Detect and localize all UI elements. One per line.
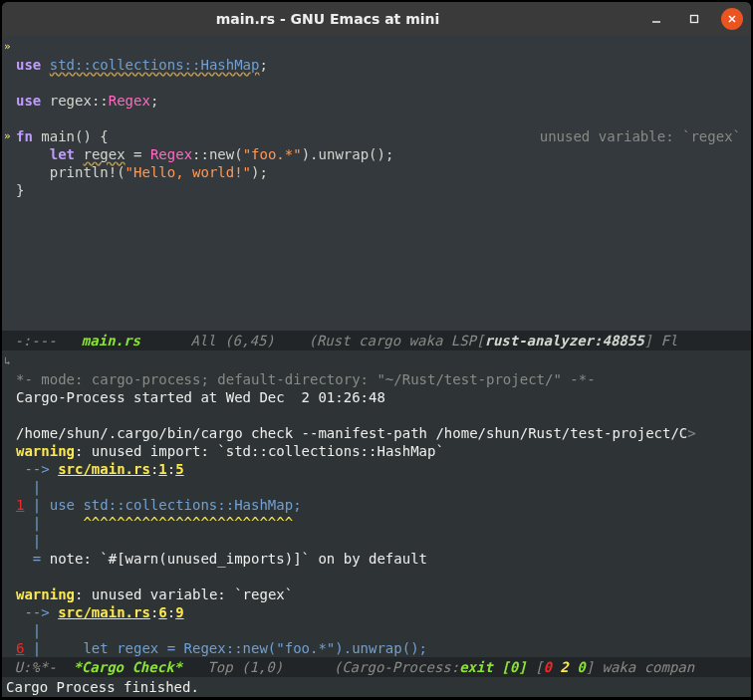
svg-rect-1 bbox=[691, 16, 698, 23]
buffer-name: *Cargo Check* bbox=[73, 659, 182, 675]
fringe-warning-icon: » bbox=[4, 127, 11, 145]
close-button[interactable] bbox=[721, 8, 743, 30]
wrap-indicator-icon: ↳ bbox=[4, 352, 11, 370]
warning-label: warning bbox=[16, 586, 75, 602]
minimize-button[interactable] bbox=[645, 8, 667, 30]
diagnostic-caret: ^^^^^^^^^^^^^^^^^^^^^^^^^ bbox=[83, 515, 293, 531]
src-location-link[interactable]: src/main.rs bbox=[58, 461, 150, 477]
window-title: main.rs - GNU Emacs at mini bbox=[10, 10, 645, 28]
code-keyword: fn bbox=[16, 128, 33, 144]
modeline-bottom[interactable]: U:%*- *Cargo Check* Top (1,0) (Cargo-Pro… bbox=[2, 657, 751, 677]
output-header: *- mode: cargo-process; default-director… bbox=[16, 371, 596, 387]
output-command: /home/shun/.cargo/bin/cargo check --mani… bbox=[16, 425, 687, 441]
code-variable: regex bbox=[83, 146, 125, 162]
minibuffer[interactable]: Cargo Process finished. bbox=[2, 677, 751, 697]
cargo-output-pane[interactable]: ↳*- mode: cargo-process; default-directo… bbox=[2, 350, 751, 657]
src-location-link[interactable]: src/main.rs bbox=[58, 604, 150, 620]
emacs-window: main.rs - GNU Emacs at mini »use std::co… bbox=[2, 2, 751, 697]
inline-diagnostic: unused variable: `regex` bbox=[540, 127, 741, 145]
warning-label: warning bbox=[16, 443, 75, 459]
output-line: Cargo-Process started at Wed Dec 2 01:26… bbox=[16, 389, 385, 405]
code-keyword: use bbox=[16, 93, 41, 109]
lsp-status: rust-analyzer:48855 bbox=[484, 333, 643, 349]
code-import-path: std::collections::HashMap bbox=[50, 57, 260, 73]
window-buttons bbox=[645, 8, 743, 30]
code-keyword: let bbox=[50, 146, 75, 162]
maximize-button[interactable] bbox=[683, 8, 705, 30]
process-exit-status: exit [0] bbox=[459, 659, 526, 675]
modeline-top[interactable]: -:--- main.rs All (6,45) (Rust cargo wak… bbox=[2, 331, 751, 350]
fringe-warning-icon: » bbox=[4, 38, 11, 56]
buffer-name: main.rs bbox=[65, 333, 140, 349]
code-keyword: use bbox=[16, 57, 41, 73]
titlebar[interactable]: main.rs - GNU Emacs at mini bbox=[2, 2, 751, 36]
editor-pane[interactable]: »use std::collections::HashMap; use rege… bbox=[2, 36, 751, 331]
